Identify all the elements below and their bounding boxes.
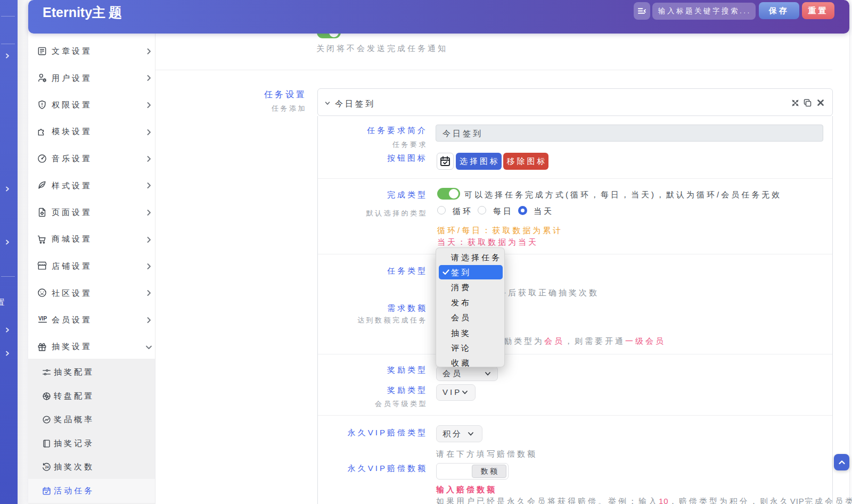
svg-text:24: 24 bbox=[45, 465, 49, 469]
svg-text:VIP: VIP bbox=[38, 316, 47, 321]
